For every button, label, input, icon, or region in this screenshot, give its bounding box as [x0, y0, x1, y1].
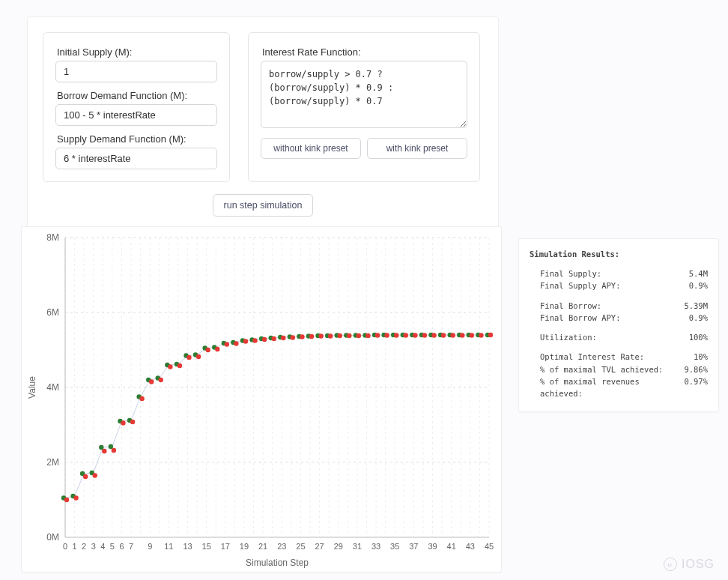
result-row: % of maximal TVL achieved:9.86%: [530, 363, 708, 375]
without-kink-preset-button[interactable]: without kink preset: [261, 138, 361, 159]
svg-point-131: [328, 333, 333, 338]
svg-point-130: [318, 333, 323, 338]
svg-point-126: [281, 336, 285, 340]
svg-point-117: [196, 354, 201, 359]
svg-point-147: [479, 333, 483, 337]
svg-point-127: [291, 335, 295, 339]
result-label: Utilization:: [540, 331, 597, 343]
with-kink-preset-button[interactable]: with kink preset: [367, 138, 467, 159]
svg-text:9: 9: [148, 542, 152, 551]
svg-text:35: 35: [390, 542, 399, 551]
result-value: 9.86%: [684, 363, 708, 375]
watermark-text: IOSG: [682, 558, 715, 571]
svg-point-62: [109, 444, 113, 449]
svg-text:43: 43: [466, 542, 475, 551]
svg-point-113: [159, 378, 163, 382]
svg-point-138: [394, 333, 398, 337]
svg-point-111: [139, 396, 144, 401]
svg-point-112: [149, 379, 154, 384]
svg-text:4: 4: [100, 542, 105, 551]
svg-text:0M: 0M: [46, 532, 59, 543]
svg-text:39: 39: [428, 542, 437, 551]
config-panel: Initial Supply (M): Borrow Demand Functi…: [27, 16, 499, 229]
result-row: Final Borrow APY:0.9%: [530, 312, 708, 324]
interest-rate-function-input[interactable]: [261, 61, 467, 128]
interest-rate-card: Interest Rate Function: without kink pre…: [248, 32, 480, 182]
result-value: 5.39M: [684, 300, 708, 312]
supply-demand-label: Supply Demand Function (M):: [57, 133, 217, 145]
svg-point-135: [365, 333, 370, 338]
wechat-icon: ℮: [664, 558, 677, 571]
svg-point-144: [450, 333, 455, 337]
svg-text:37: 37: [409, 542, 418, 551]
svg-point-121: [234, 341, 238, 345]
borrow-demand-input[interactable]: [55, 104, 217, 126]
svg-point-123: [252, 338, 257, 342]
svg-point-136: [375, 333, 380, 337]
svg-point-104: [73, 495, 78, 500]
results-title: Simulation Results:: [530, 250, 708, 259]
svg-text:15: 15: [202, 542, 211, 551]
svg-point-143: [441, 333, 446, 337]
initial-supply-label: Initial Supply (M):: [57, 46, 217, 58]
result-label: % of maximal TVL achieved:: [540, 363, 663, 375]
result-label: Final Borrow:: [540, 300, 601, 312]
svg-text:27: 27: [315, 542, 324, 551]
result-value: 0.9%: [689, 312, 708, 324]
svg-text:6M: 6M: [46, 307, 59, 318]
result-label: Final Borrow APY:: [540, 312, 620, 324]
svg-point-132: [338, 333, 342, 338]
result-value: 10%: [694, 351, 708, 363]
result-row: Final Supply APY:0.9%: [530, 280, 708, 291]
result-label: % of maximal revenues achieved:: [540, 375, 684, 400]
supply-demand-input[interactable]: [55, 148, 217, 169]
svg-point-141: [422, 333, 427, 337]
svg-text:3: 3: [91, 542, 96, 551]
svg-text:2: 2: [82, 542, 86, 551]
interest-rate-label: Interest Rate Function:: [262, 46, 467, 58]
svg-point-140: [413, 333, 417, 337]
svg-text:11: 11: [164, 542, 173, 551]
svg-point-108: [112, 448, 116, 453]
result-row: % of maximal revenues achieved:0.97%: [530, 375, 708, 400]
svg-point-133: [347, 333, 351, 338]
svg-point-103: [64, 498, 69, 502]
svg-point-118: [205, 348, 210, 352]
svg-point-120: [225, 342, 229, 346]
result-value: 0.9%: [689, 280, 708, 291]
initial-supply-input[interactable]: [55, 61, 217, 82]
svg-text:21: 21: [258, 542, 267, 551]
result-value: 5.4M: [689, 268, 708, 280]
svg-point-128: [300, 334, 304, 339]
svg-point-109: [121, 420, 125, 425]
svg-point-110: [130, 420, 135, 424]
svg-point-137: [384, 333, 389, 337]
svg-point-119: [215, 347, 219, 351]
svg-point-145: [460, 333, 464, 337]
svg-text:25: 25: [296, 542, 305, 551]
svg-text:17: 17: [221, 542, 230, 551]
chart-panel: 0M2M4M6M8M012345679111315171921232527293…: [21, 226, 502, 573]
svg-text:2M: 2M: [46, 457, 59, 468]
svg-point-106: [93, 473, 97, 477]
svg-point-134: [357, 333, 361, 338]
svg-text:13: 13: [183, 542, 192, 551]
simulation-chart: 0M2M4M6M8M012345679111315171921232527293…: [22, 227, 503, 573]
svg-text:4M: 4M: [46, 382, 59, 393]
svg-text:Value: Value: [27, 376, 37, 399]
svg-text:23: 23: [277, 542, 286, 551]
result-label: Final Supply:: [540, 268, 601, 280]
watermark: ℮ IOSG: [664, 558, 715, 571]
svg-text:19: 19: [240, 542, 249, 551]
svg-point-129: [309, 334, 314, 339]
svg-point-61: [99, 445, 103, 450]
svg-text:29: 29: [334, 542, 343, 551]
results-panel: Simulation Results: Final Supply:5.4MFin…: [518, 238, 719, 412]
svg-point-115: [178, 363, 182, 368]
run-simulation-button[interactable]: run step simulation: [213, 194, 314, 217]
result-value: 100%: [689, 331, 708, 343]
svg-text:6: 6: [119, 542, 124, 551]
svg-text:33: 33: [371, 542, 380, 551]
svg-point-146: [470, 333, 474, 337]
result-value: 0.97%: [684, 375, 708, 400]
